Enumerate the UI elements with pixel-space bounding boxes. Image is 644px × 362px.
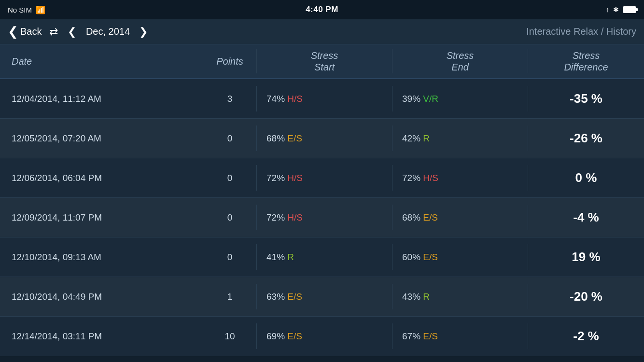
cell-stress-diff: -4 % bbox=[528, 210, 644, 225]
table-row[interactable]: 12/05/2014, 07:20 AM 0 68% E/S 42% R -26… bbox=[0, 119, 644, 158]
stress-end-pct: 42% bbox=[402, 133, 423, 143]
cell-points: 0 bbox=[203, 173, 256, 183]
cell-points: 10 bbox=[203, 331, 256, 342]
bluetooth-icon: ✱ bbox=[613, 6, 619, 14]
cell-date: 12/06/2014, 06:04 PM bbox=[0, 173, 203, 183]
cell-date: 12/14/2014, 03:11 PM bbox=[0, 331, 203, 342]
stress-end-code: V/R bbox=[423, 94, 438, 104]
cell-date: 12/04/2014, 11:12 AM bbox=[0, 94, 203, 104]
back-button[interactable]: ❮ Back bbox=[8, 24, 42, 39]
table-row[interactable]: 12/10/2014, 04:49 PM 1 63% E/S 43% R -20… bbox=[0, 277, 644, 317]
header-stress-start: StressStart bbox=[257, 50, 392, 73]
cell-points: 1 bbox=[203, 292, 256, 302]
cell-date: 12/10/2014, 04:49 PM bbox=[0, 292, 203, 302]
cell-stress-diff: 19 % bbox=[528, 250, 644, 265]
stress-start-pct: 74% bbox=[266, 94, 287, 104]
stress-start-pct: 69% bbox=[266, 331, 287, 341]
stress-start-code: H/S bbox=[287, 212, 303, 223]
table-row[interactable]: 12/09/2014, 11:07 PM 0 72% H/S 68% E/S -… bbox=[0, 198, 644, 237]
cell-points: 3 bbox=[203, 94, 256, 104]
cell-stress-start: 72% H/S bbox=[257, 212, 392, 223]
table-row[interactable]: 12/10/2014, 09:13 AM 0 41% R 60% E/S 19 … bbox=[0, 237, 644, 277]
stress-start-code: H/S bbox=[287, 173, 303, 183]
cell-stress-start: 74% H/S bbox=[257, 94, 392, 104]
status-left: No SIM 📶 bbox=[8, 5, 85, 14]
cell-stress-end: 43% R bbox=[392, 292, 528, 302]
header-points: Points bbox=[203, 56, 256, 67]
cell-stress-start: 63% E/S bbox=[257, 292, 392, 302]
table-row[interactable]: 12/06/2014, 06:04 PM 0 72% H/S 72% H/S 0… bbox=[0, 158, 644, 198]
header-stress-end: StressEnd bbox=[392, 50, 528, 73]
stress-start-pct: 63% bbox=[266, 292, 287, 302]
cell-stress-start: 72% H/S bbox=[257, 173, 392, 183]
table-header: Date Points StressStart StressEnd Stress… bbox=[0, 44, 644, 79]
back-label: Back bbox=[20, 26, 42, 37]
table-body: 12/04/2014, 11:12 AM 3 74% H/S 39% V/R -… bbox=[0, 79, 644, 356]
cell-points: 0 bbox=[203, 133, 256, 144]
stress-end-code: E/S bbox=[423, 252, 438, 262]
swap-icon[interactable]: ⇄ bbox=[49, 26, 58, 38]
carrier-label: No SIM bbox=[8, 6, 32, 14]
stress-end-pct: 72% bbox=[402, 173, 423, 183]
stress-start-pct: 72% bbox=[266, 212, 287, 223]
cell-stress-diff: -20 % bbox=[528, 289, 644, 304]
stress-start-pct: 41% bbox=[266, 252, 287, 262]
cell-stress-diff: -2 % bbox=[528, 329, 644, 344]
table-row[interactable]: 12/04/2014, 11:12 AM 3 74% H/S 39% V/R -… bbox=[0, 79, 644, 119]
month-label: Dec, 2014 bbox=[81, 26, 134, 37]
cell-stress-end: 42% R bbox=[392, 133, 528, 144]
stress-end-code: R bbox=[423, 292, 430, 302]
stress-start-pct: 72% bbox=[266, 173, 287, 183]
battery-icon bbox=[623, 6, 636, 13]
cell-stress-start: 69% E/S bbox=[257, 331, 392, 342]
cell-stress-end: 68% E/S bbox=[392, 212, 528, 223]
stress-end-pct: 43% bbox=[402, 292, 423, 302]
header-stress-diff: StressDifference bbox=[528, 50, 644, 73]
stress-start-code: R bbox=[287, 252, 294, 262]
stress-start-code: E/S bbox=[287, 133, 302, 143]
cell-stress-diff: -35 % bbox=[528, 91, 644, 106]
cell-stress-end: 67% E/S bbox=[392, 331, 528, 342]
cell-points: 0 bbox=[203, 212, 256, 223]
cell-stress-end: 72% H/S bbox=[392, 173, 528, 183]
stress-start-pct: 68% bbox=[266, 133, 287, 143]
next-month-button[interactable]: ❯ bbox=[139, 26, 148, 38]
cell-points: 0 bbox=[203, 252, 256, 263]
page-title: Interactive Relax / History bbox=[322, 26, 636, 37]
legend: D/R - Deep RelaxationV/R - Very RelaxedR… bbox=[0, 356, 644, 362]
stress-end-code: R bbox=[423, 133, 430, 143]
stress-start-code: H/S bbox=[287, 94, 303, 104]
stress-end-pct: 60% bbox=[402, 252, 423, 262]
cell-stress-start: 41% R bbox=[257, 252, 392, 263]
cell-date: 12/09/2014, 11:07 PM bbox=[0, 212, 203, 223]
back-chevron-icon: ❮ bbox=[8, 24, 18, 39]
stress-end-pct: 67% bbox=[402, 331, 423, 341]
table-row[interactable]: 12/14/2014, 03:11 PM 10 69% E/S 67% E/S … bbox=[0, 317, 644, 356]
location-icon: ↑ bbox=[606, 6, 609, 14]
stress-end-code: H/S bbox=[423, 173, 438, 183]
stress-end-pct: 68% bbox=[402, 212, 423, 223]
cell-date: 12/10/2014, 09:13 AM bbox=[0, 252, 203, 263]
cell-date: 12/05/2014, 07:20 AM bbox=[0, 133, 203, 144]
cell-stress-end: 60% E/S bbox=[392, 252, 528, 263]
cell-stress-diff: -26 % bbox=[528, 131, 644, 146]
status-right: ↑ ✱ bbox=[559, 6, 636, 14]
header-date: Date bbox=[0, 56, 203, 67]
cell-stress-start: 68% E/S bbox=[257, 133, 392, 144]
wifi-icon: 📶 bbox=[36, 5, 45, 14]
month-navigator: ❮ Dec, 2014 ❯ bbox=[68, 26, 148, 38]
prev-month-button[interactable]: ❮ bbox=[68, 26, 76, 38]
stress-start-code: E/S bbox=[287, 292, 302, 302]
stress-end-code: E/S bbox=[423, 212, 438, 223]
cell-stress-end: 39% V/R bbox=[392, 94, 528, 104]
cell-stress-diff: 0 % bbox=[528, 170, 644, 185]
status-bar: No SIM 📶 4:40 PM ↑ ✱ bbox=[0, 0, 644, 19]
stress-end-code: E/S bbox=[423, 331, 438, 341]
stress-start-code: E/S bbox=[287, 331, 302, 341]
nav-left: ❮ Back ⇄ ❮ Dec, 2014 ❯ bbox=[8, 24, 322, 39]
stress-end-pct: 39% bbox=[402, 94, 423, 104]
nav-bar: ❮ Back ⇄ ❮ Dec, 2014 ❯ Interactive Relax… bbox=[0, 19, 644, 44]
time-label: 4:40 PM bbox=[306, 5, 338, 14]
